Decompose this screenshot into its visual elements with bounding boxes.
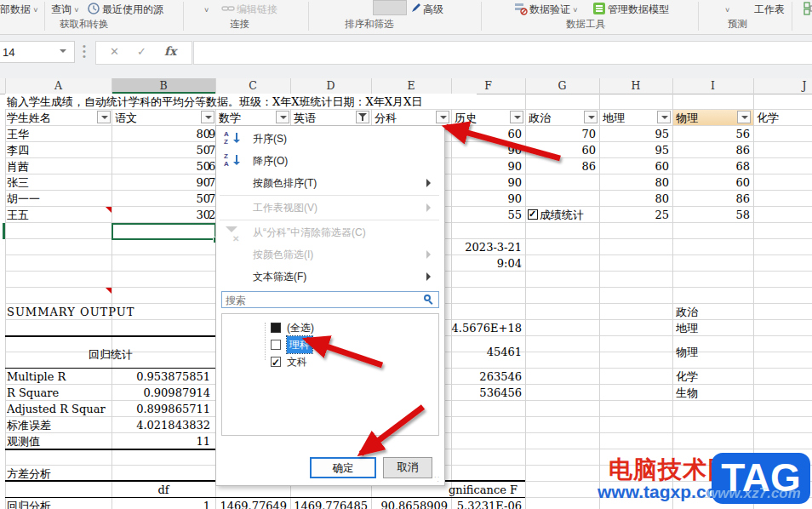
column-header-h[interactable]: H bbox=[599, 78, 672, 94]
filter-dropdown-dili[interactable] bbox=[657, 111, 671, 123]
score-stats-checkbox[interactable]: ✓成绩统计 bbox=[528, 207, 599, 223]
cell-wuli-score[interactable]: 68 bbox=[672, 158, 750, 174]
manage-data-model-button[interactable]: 管理数据模型 bbox=[608, 3, 669, 16]
menu-item-sort-desc[interactable]: ZA 降序(O) bbox=[217, 150, 443, 172]
filter-dropdown-shuxue[interactable] bbox=[276, 111, 289, 123]
cell-wuli-score[interactable]: 56 bbox=[672, 126, 750, 142]
checkbox-checked-icon[interactable]: ✓ bbox=[271, 357, 281, 367]
cell-dili-score[interactable]: 25 bbox=[599, 207, 669, 223]
column-header-e[interactable]: E bbox=[371, 78, 451, 94]
name-box-dropdown-icon[interactable] bbox=[60, 49, 66, 56]
cell-wuli-score[interactable]: 86 bbox=[672, 191, 750, 207]
cell-yuwen-score[interactable]: 50 bbox=[112, 158, 210, 174]
column-header-c[interactable]: C bbox=[215, 78, 290, 94]
cell-zhengzhi-score[interactable]: 86 bbox=[525, 158, 596, 174]
cell-lishi-score[interactable]: 90 bbox=[451, 191, 522, 207]
cell-number[interactable]: 45461 bbox=[451, 344, 522, 360]
cell-lishi-score[interactable]: 90 bbox=[451, 142, 522, 158]
cell-zhengzhi-score[interactable]: 60 bbox=[525, 142, 596, 158]
filter-dropdown-wuli[interactable] bbox=[737, 111, 751, 123]
cell-zhengzhi-score[interactable]: 70 bbox=[525, 126, 596, 142]
cell-subject[interactable]: 生物 bbox=[676, 385, 744, 401]
menu-item-sort-by-color[interactable]: 按颜色排序(T) bbox=[217, 172, 443, 194]
cell-yuwen-score[interactable]: 80 bbox=[112, 126, 210, 142]
column-header-a[interactable]: A bbox=[5, 78, 112, 94]
cancel-button[interactable]: 取消 bbox=[383, 457, 432, 478]
worksheet-button[interactable]: 工作表 bbox=[754, 3, 785, 16]
cell-big-number[interactable]: 4.5676E+18 bbox=[448, 320, 522, 336]
column-header-j[interactable]: J bbox=[753, 78, 812, 94]
cell-lishi-score[interactable]: 55 bbox=[451, 207, 522, 223]
cell-dili-score[interactable]: 80 bbox=[599, 174, 669, 191]
filter-option-science[interactable]: 理科 bbox=[222, 336, 438, 353]
cell-number[interactable]: 263546 bbox=[451, 369, 522, 385]
column-header-f[interactable]: F bbox=[451, 78, 525, 94]
filter-dropdown-student-name[interactable] bbox=[97, 111, 111, 123]
ok-button[interactable]: 确定 bbox=[310, 457, 376, 478]
enter-entry-icon[interactable]: ✓ bbox=[137, 45, 146, 58]
cell-dili-score[interactable]: 95 bbox=[599, 126, 669, 142]
column-header-d[interactable]: D bbox=[290, 78, 371, 94]
cell-wuli-score[interactable]: 60 bbox=[672, 174, 750, 191]
column-header-i[interactable]: I bbox=[672, 78, 753, 94]
cell-student-name[interactable]: 王华 bbox=[7, 126, 92, 142]
filter-funnel-active-icon[interactable] bbox=[356, 111, 369, 123]
cell-student-name[interactable]: 王五 bbox=[7, 207, 92, 223]
checkbox-unchecked-icon[interactable] bbox=[271, 340, 281, 350]
cell-yuwen-score[interactable]: 50 bbox=[112, 191, 210, 207]
filter-dropdown-zhengzhi[interactable] bbox=[584, 111, 598, 123]
cell-yuwen-score[interactable]: 30 bbox=[112, 207, 210, 223]
filter-dropdown-yuwen[interactable] bbox=[201, 111, 214, 123]
filter-search-box[interactable] bbox=[221, 291, 439, 308]
forecast-dropdown[interactable]: ˅ bbox=[725, 3, 729, 16]
cell-lishi-score[interactable]: 60 bbox=[451, 126, 522, 142]
cell-yuwen-score[interactable]: 50 bbox=[112, 142, 210, 158]
header-student-name: 学生姓名 bbox=[7, 110, 92, 126]
menu-item-text-filters[interactable]: 文本筛选(F) bbox=[217, 266, 443, 288]
filter-search-input[interactable] bbox=[224, 293, 423, 308]
cell-student-name[interactable]: 李四 bbox=[7, 142, 92, 158]
advanced-filter-button[interactable]: 高级 bbox=[423, 3, 443, 16]
external-data-button[interactable]: 部数据 ˅ bbox=[0, 3, 38, 16]
recent-sources-button[interactable]: 最近使用的源 bbox=[102, 3, 163, 16]
excel-window: 部数据 ˅ 查询 ˅ 最近使用的源 ˅ 编辑链接 高级 数据验证 ˅ 管理数据模… bbox=[0, 0, 812, 509]
filter-dropdown-fenke[interactable] bbox=[436, 111, 449, 123]
filter-dropdown-lishi[interactable] bbox=[510, 111, 523, 123]
cell-student-name[interactable]: 胡一一 bbox=[7, 191, 92, 207]
cell-wuli-score[interactable]: 86 bbox=[672, 142, 750, 158]
insert-function-icon[interactable]: fx bbox=[164, 44, 176, 58]
checkbox-indeterminate-icon[interactable] bbox=[271, 323, 281, 333]
cell-subject[interactable]: 物理 bbox=[676, 344, 744, 360]
data-validation-button[interactable]: 数据验证 ˅ bbox=[529, 3, 578, 16]
resize-grip-icon[interactable]: ·· · bbox=[434, 475, 443, 483]
menu-item-sheet-view: 工作表视图(V) bbox=[217, 197, 443, 219]
menu-item-sort-asc[interactable]: AZ 升序(S) bbox=[217, 128, 443, 150]
filter-button-partial[interactable] bbox=[373, 0, 407, 15]
cell-date[interactable]: 2023-3-21 bbox=[451, 239, 522, 255]
column-header-g[interactable]: G bbox=[525, 78, 599, 94]
cell-number[interactable]: 536456 bbox=[451, 385, 522, 401]
cell-student-name[interactable]: 肖茜 bbox=[7, 158, 92, 174]
cell-dili-score[interactable]: 95 bbox=[599, 142, 669, 158]
query-button[interactable]: 查询 ˅ bbox=[51, 3, 79, 16]
cell-subject[interactable]: 地理 bbox=[676, 320, 744, 336]
filter-value-list[interactable]: (全选) 理科 ✓ 文科 bbox=[221, 313, 439, 436]
cell-lishi-score[interactable]: 90 bbox=[451, 158, 522, 174]
cell-student-name[interactable]: 张三 bbox=[7, 174, 92, 191]
cell-dili-score[interactable]: 80 bbox=[599, 191, 669, 207]
cancel-entry-icon[interactable]: ✕ bbox=[110, 45, 119, 58]
column-header-b[interactable]: B bbox=[112, 78, 215, 94]
cell-lishi-score[interactable]: 90 bbox=[451, 174, 522, 191]
cell-time[interactable]: 9:04 bbox=[451, 255, 522, 272]
cell-subject[interactable]: 化学 bbox=[676, 369, 744, 385]
filter-option-select-all[interactable]: (全选) bbox=[222, 319, 438, 336]
connections-dropdown[interactable]: ˅ bbox=[204, 3, 209, 16]
table-border-thin bbox=[5, 497, 525, 498]
cell-wuli-score[interactable]: 58 bbox=[672, 207, 750, 223]
filter-option-liberal-arts[interactable]: ✓ 文科 bbox=[222, 353, 438, 370]
cell-dili-score[interactable]: 60 bbox=[599, 158, 669, 174]
cell-subject[interactable]: 政治 bbox=[676, 304, 744, 320]
cell-yuwen-score[interactable]: 90 bbox=[112, 174, 210, 191]
formula-input[interactable] bbox=[193, 41, 812, 65]
selected-cell[interactable] bbox=[112, 223, 216, 240]
